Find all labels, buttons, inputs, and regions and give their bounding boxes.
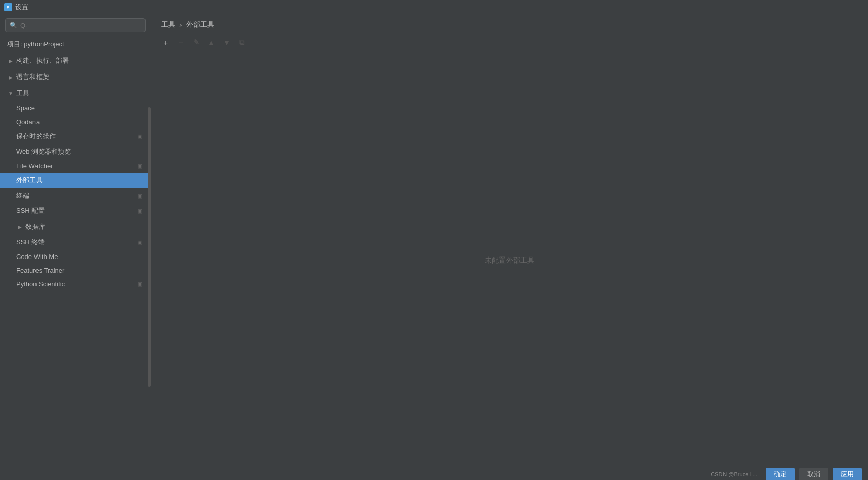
sidebar-item-ssh-terminal[interactable]: SSH 终端 ▣ <box>0 235 151 250</box>
sidebar-scrollbar[interactable] <box>148 14 151 480</box>
sidebar-badge-ssh-terminal: ▣ <box>136 239 143 246</box>
main-layout: 🔍 项目: pythonProject ▶ 构建、执行、部署 ▶ 语言和框架 ▼… <box>0 14 868 480</box>
sidebar-label-terminal: 终端 <box>16 191 136 200</box>
sidebar-label-ssh-config: SSH 配置 <box>16 206 136 215</box>
sidebar-label-tools: 工具 <box>16 89 29 98</box>
sidebar-label-external-tools: 外部工具 <box>16 176 143 185</box>
search-icon: 🔍 <box>10 22 17 29</box>
remove-button[interactable]: − <box>174 35 188 49</box>
empty-message: 未配置外部工具 <box>485 256 534 265</box>
content-area: 未配置外部工具 <box>151 53 868 468</box>
sidebar-item-external-tools[interactable]: 外部工具 <box>0 173 151 188</box>
chevron-down-icon: ▼ <box>7 90 14 97</box>
sidebar-label-qodana: Qodana <box>16 118 143 126</box>
sidebar-label-file-watcher: File Watcher <box>16 162 136 170</box>
chevron-right-icon-db: ▶ <box>16 223 23 230</box>
sidebar-badge-save-actions: ▣ <box>136 133 143 140</box>
sidebar-label-web-browser: Web 浏览器和预览 <box>16 147 143 156</box>
sidebar-label-lang: 语言和框架 <box>16 72 49 82</box>
title-bar-text: 设置 <box>15 3 28 12</box>
bottom-bar: CSDN @Bruce-li... 确定 取消 应用 <box>151 468 868 480</box>
apply-button[interactable]: 应用 <box>833 468 862 481</box>
title-bar: P 设置 <box>0 0 868 14</box>
breadcrumb-current: 外部工具 <box>186 20 214 29</box>
move-down-button[interactable]: ▼ <box>220 35 233 49</box>
sidebar-item-code-with-me[interactable]: Code With Me <box>0 250 151 264</box>
sidebar-badge-file-watcher: ▣ <box>136 163 143 170</box>
app-icon: P <box>4 3 12 11</box>
toolbar: + − ✎ ▲ ▼ ⧉ <box>151 33 868 53</box>
sidebar-item-python-scientific[interactable]: Python Scientific ▣ <box>0 277 151 291</box>
breadcrumb: 工具 › 外部工具 <box>151 14 868 33</box>
breadcrumb-separator: › <box>179 21 182 29</box>
sidebar-label-code-with-me: Code With Me <box>16 253 143 261</box>
chevron-right-icon-lang: ▶ <box>7 73 14 81</box>
sidebar-badge-python-scientific: ▣ <box>136 281 143 288</box>
sidebar-item-terminal[interactable]: 终端 ▣ <box>0 188 151 203</box>
sidebar-item-qodana[interactable]: Qodana <box>0 115 151 129</box>
ok-button[interactable]: 确定 <box>766 468 795 481</box>
sidebar-badge-ssh-config: ▣ <box>136 207 143 214</box>
sidebar-scrollbar-thumb <box>148 107 151 387</box>
sidebar-item-save-actions[interactable]: 保存时的操作 ▣ <box>0 129 151 144</box>
sidebar-item-file-watcher[interactable]: File Watcher ▣ <box>0 159 151 173</box>
chevron-right-icon: ▶ <box>7 57 14 64</box>
cancel-button[interactable]: 取消 <box>799 468 828 481</box>
main-content: 工具 › 外部工具 + − ✎ ▲ ▼ ⧉ 未配置外部工具 CSDN @Bruc… <box>151 14 868 480</box>
sidebar-item-build-run-deploy[interactable]: ▶ 构建、执行、部署 <box>0 53 151 69</box>
sidebar-badge-terminal: ▣ <box>136 192 143 199</box>
add-button[interactable]: + <box>159 35 172 49</box>
svg-text:P: P <box>7 5 10 10</box>
sidebar-label-database: 数据库 <box>25 222 45 231</box>
sidebar-label-python-scientific: Python Scientific <box>16 280 136 288</box>
sidebar-item-features-trainer[interactable]: Features Trainer <box>0 264 151 277</box>
sidebar-item-ssh-config[interactable]: SSH 配置 ▣ <box>0 203 151 218</box>
search-box[interactable]: 🔍 <box>5 18 146 32</box>
sidebar-item-web-browser[interactable]: Web 浏览器和预览 <box>0 144 151 159</box>
sidebar-item-languages-frameworks[interactable]: ▶ 语言和框架 <box>0 69 151 85</box>
move-up-button[interactable]: ▲ <box>205 35 218 49</box>
sidebar: 🔍 项目: pythonProject ▶ 构建、执行、部署 ▶ 语言和框架 ▼… <box>0 14 151 480</box>
copy-button[interactable]: ⧉ <box>235 35 248 49</box>
sidebar-label-ssh-terminal: SSH 终端 <box>16 238 136 247</box>
project-title: 项目: pythonProject <box>0 36 151 53</box>
search-input[interactable] <box>20 22 141 29</box>
sidebar-item-tools[interactable]: ▼ 工具 <box>0 85 151 101</box>
sidebar-label-features-trainer: Features Trainer <box>16 267 143 274</box>
sidebar-label-build: 构建、执行、部署 <box>16 56 69 65</box>
sidebar-item-database[interactable]: ▶ 数据库 <box>0 218 151 235</box>
sidebar-label-save-actions: 保存时的操作 <box>16 132 136 141</box>
edit-button[interactable]: ✎ <box>190 35 203 49</box>
sidebar-item-space[interactable]: Space <box>0 101 151 115</box>
bottom-bar-text: CSDN @Bruce-li... <box>711 471 757 477</box>
sidebar-label-space: Space <box>16 104 143 112</box>
breadcrumb-parent: 工具 <box>161 20 175 29</box>
